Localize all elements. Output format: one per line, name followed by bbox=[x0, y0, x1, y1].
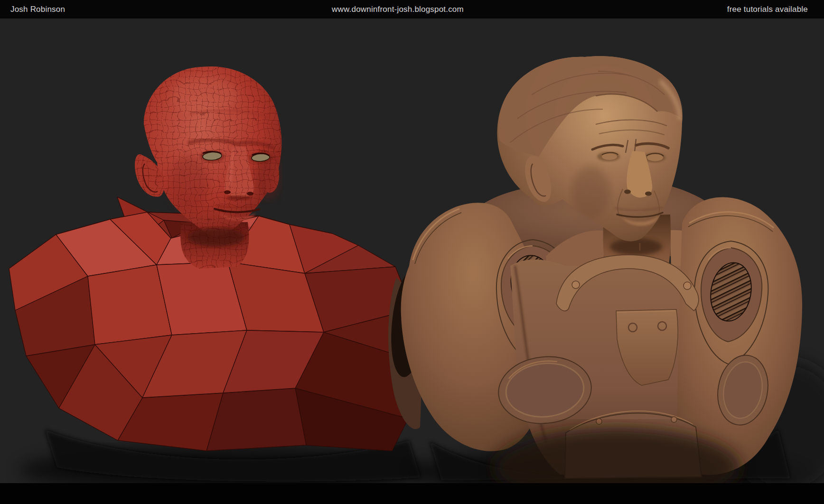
top-bar: Josh Robinson www.downinfront-josh.blogs… bbox=[0, 0, 824, 19]
belt-rivet-right bbox=[671, 417, 677, 422]
artist-name: Josh Robinson bbox=[10, 0, 65, 19]
red-wireframe-bust bbox=[9, 58, 427, 493]
chin-shadow bbox=[610, 238, 662, 255]
tagline: free tutorials available bbox=[727, 0, 808, 19]
collar-rivet-right bbox=[684, 282, 691, 289]
brown-sculpt-bust bbox=[386, 56, 824, 504]
website-url: www.downinfront-josh.blogspot.com bbox=[332, 0, 464, 19]
bottom-bar bbox=[0, 483, 824, 504]
belt-rivet-left bbox=[596, 419, 602, 424]
sculpt-comparison-canvas bbox=[0, 0, 824, 504]
collar-rivet-left bbox=[572, 281, 580, 289]
